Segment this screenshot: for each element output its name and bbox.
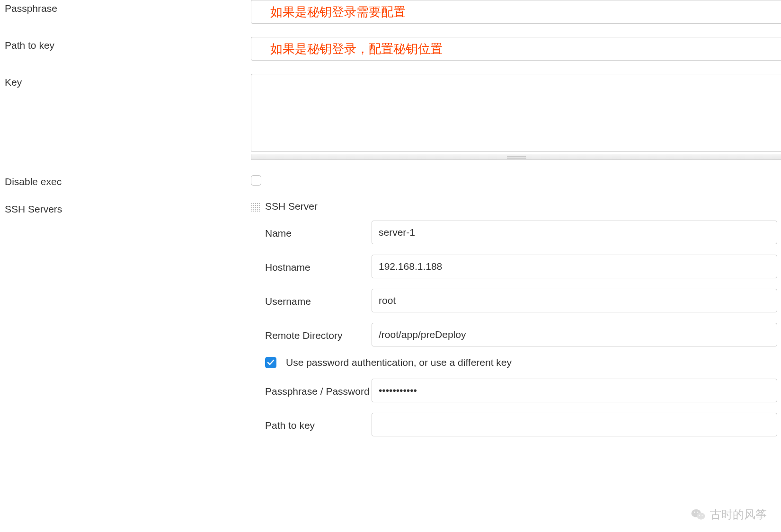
path-to-key-label: Path to key xyxy=(0,37,251,51)
server-username-input[interactable] xyxy=(372,289,777,312)
disable-exec-label: Disable exec xyxy=(0,173,251,187)
server-remote-dir-input[interactable] xyxy=(372,323,777,346)
path-to-key-input[interactable]: 如果是秘钥登录，配置秘钥位置 xyxy=(251,37,781,61)
server-hostname-label: Hostname xyxy=(265,260,372,273)
passphrase-control: 如果是秘钥登录需要配置 xyxy=(251,0,781,24)
server-pathkey-row: Path to key xyxy=(265,413,781,436)
disable-exec-control xyxy=(251,173,781,186)
server-pathkey-input[interactable] xyxy=(372,413,777,436)
server-passphrase-input[interactable] xyxy=(372,379,777,402)
passphrase-row: Passphrase 如果是秘钥登录需要配置 xyxy=(0,0,781,24)
server-passphrase-row: Passphrase / Password xyxy=(265,379,781,402)
textarea-resize-handle[interactable] xyxy=(251,154,781,160)
server-username-label: Username xyxy=(265,294,372,307)
ssh-servers-row: SSH Servers SSH Server Name Hostname Use xyxy=(0,201,781,436)
ssh-servers-control: SSH Server Name Hostname Username xyxy=(251,201,781,436)
server-remote-dir-label: Remote Directory xyxy=(265,328,372,341)
check-icon xyxy=(267,359,275,366)
ssh-server-title: SSH Server xyxy=(265,201,781,212)
server-hostname-row: Hostname xyxy=(265,255,781,278)
server-name-input[interactable] xyxy=(372,221,777,244)
ssh-servers-label: SSH Servers xyxy=(0,201,251,215)
use-password-auth-checkbox[interactable] xyxy=(265,357,276,368)
key-label: Key xyxy=(0,74,251,88)
use-password-auth-row: Use password authentication, or use a di… xyxy=(265,357,781,368)
key-control xyxy=(251,74,781,160)
key-textarea[interactable] xyxy=(251,74,781,152)
passphrase-input[interactable]: 如果是秘钥登录需要配置 xyxy=(251,0,781,24)
path-to-key-control: 如果是秘钥登录，配置秘钥位置 xyxy=(251,37,781,61)
server-name-row: Name xyxy=(265,221,781,244)
disable-exec-row: Disable exec xyxy=(0,173,781,187)
drag-handle-icon[interactable] xyxy=(251,203,260,212)
server-passphrase-label: Passphrase / Password xyxy=(265,384,372,397)
server-pathkey-label: Path to key xyxy=(265,418,372,431)
use-password-auth-label: Use password authentication, or use a di… xyxy=(286,357,512,368)
passphrase-label: Passphrase xyxy=(0,0,251,14)
grip-icon xyxy=(507,156,526,158)
server-name-label: Name xyxy=(265,226,372,239)
disable-exec-checkbox[interactable] xyxy=(251,175,261,186)
server-username-row: Username xyxy=(265,289,781,312)
server-remote-dir-row: Remote Directory xyxy=(265,323,781,346)
key-row: Key xyxy=(0,74,781,160)
server-hostname-input[interactable] xyxy=(372,255,777,278)
path-to-key-row: Path to key 如果是秘钥登录，配置秘钥位置 xyxy=(0,37,781,61)
config-form: Passphrase 如果是秘钥登录需要配置 Path to key 如果是秘钥… xyxy=(0,0,781,436)
